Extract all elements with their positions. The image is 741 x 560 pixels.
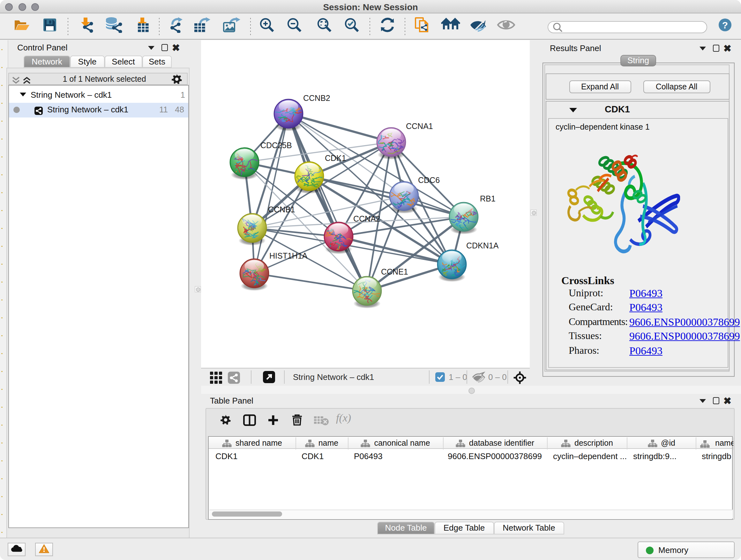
- svg-text:HIST1H1A: HIST1H1A: [269, 251, 308, 260]
- svg-text:CCNA2: CCNA2: [353, 214, 381, 223]
- svg-text:RB1: RB1: [480, 194, 495, 203]
- svg-text:CDC6: CDC6: [418, 176, 440, 185]
- svg-text:CCNA1: CCNA1: [406, 122, 433, 131]
- svg-text:CDC25B: CDC25B: [260, 141, 292, 150]
- svg-text:CDK1: CDK1: [325, 153, 346, 163]
- svg-text:CCNB1: CCNB1: [268, 205, 295, 214]
- svg-text:CCNB2: CCNB2: [303, 94, 330, 103]
- svg-text:CDKN1A: CDKN1A: [466, 241, 499, 250]
- svg-text:CCNE1: CCNE1: [381, 267, 408, 276]
- svg-text:?: ?: [722, 20, 728, 30]
